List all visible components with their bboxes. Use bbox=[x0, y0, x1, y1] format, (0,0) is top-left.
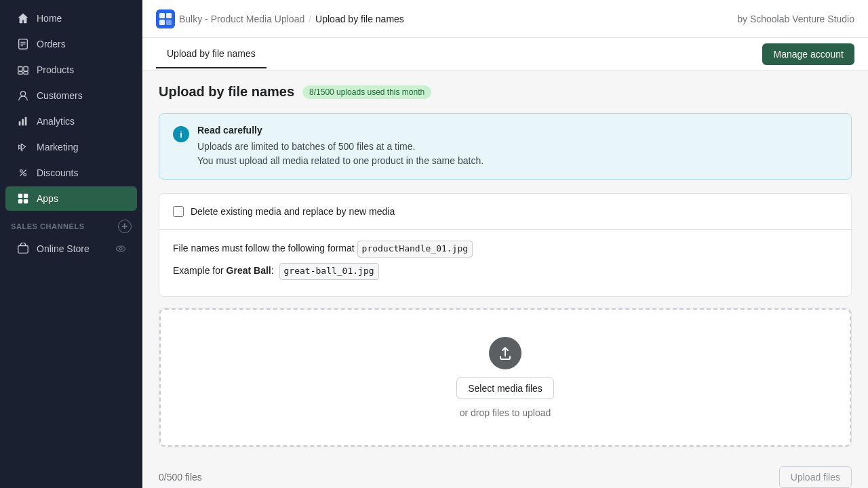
apps-icon bbox=[16, 192, 30, 205]
breadcrumb: Bulky - Product Media Upload / Upload by… bbox=[156, 9, 404, 28]
sidebar-item-analytics[interactable]: Analytics bbox=[5, 109, 137, 134]
svg-rect-23 bbox=[159, 13, 165, 18]
svg-point-13 bbox=[24, 174, 26, 176]
app-name: Bulky - Product Media Upload bbox=[179, 14, 304, 24]
svg-rect-10 bbox=[22, 119, 24, 125]
delete-media-label: Delete existing media and replace by new… bbox=[191, 206, 395, 217]
format-suffix: : bbox=[271, 265, 274, 276]
sidebar-item-online-store[interactable]: Online Store bbox=[5, 237, 137, 261]
sidebar-item-marketing[interactable]: Marketing bbox=[5, 135, 137, 159]
topbar: Bulky - Product Media Upload / Upload by… bbox=[142, 0, 868, 38]
svg-rect-26 bbox=[166, 20, 172, 25]
current-page: Upload by file names bbox=[315, 14, 404, 24]
customers-icon bbox=[16, 89, 30, 102]
format-line1-prefix: File names must follow the following for… bbox=[173, 243, 355, 253]
svg-rect-6 bbox=[18, 72, 22, 75]
sidebar-item-discounts[interactable]: Discounts bbox=[5, 161, 137, 185]
sidebar-item-orders[interactable]: Orders bbox=[5, 32, 137, 56]
svg-rect-18 bbox=[24, 199, 28, 203]
upload-files-label: Upload files bbox=[791, 472, 840, 483]
breadcrumb-separator: / bbox=[309, 14, 311, 24]
select-button-label: Select media files bbox=[468, 383, 542, 394]
online-store-icon bbox=[16, 242, 30, 256]
sidebar-item-customers-label: Customers bbox=[37, 90, 83, 101]
svg-rect-25 bbox=[159, 20, 165, 25]
info-box-title: Read carefully bbox=[197, 125, 484, 136]
svg-point-8 bbox=[20, 92, 25, 96]
add-sales-channel-button[interactable]: + bbox=[118, 220, 132, 233]
sub-nav: Upload by file names Manage account bbox=[142, 38, 868, 70]
sidebar-item-apps-label: Apps bbox=[37, 193, 58, 204]
upload-files-button[interactable]: Upload files bbox=[779, 466, 852, 488]
sub-nav-right: Manage account bbox=[762, 43, 854, 65]
main-wrapper: Bulky - Product Media Upload / Upload by… bbox=[142, 0, 868, 488]
format-line1: File names must follow the following for… bbox=[173, 241, 837, 258]
eye-icon bbox=[115, 243, 126, 254]
manage-account-button[interactable]: Manage account bbox=[762, 43, 854, 65]
sidebar-item-apps[interactable]: Apps bbox=[5, 186, 137, 211]
analytics-icon bbox=[16, 115, 30, 128]
sidebar-item-home[interactable]: Home bbox=[5, 6, 137, 30]
info-box: i Read carefully Uploads are limited to … bbox=[159, 113, 852, 180]
svg-rect-7 bbox=[24, 72, 28, 75]
drop-text: or drop files to upload bbox=[460, 407, 551, 418]
svg-rect-4 bbox=[18, 67, 22, 71]
svg-rect-19 bbox=[18, 246, 28, 253]
info-line1: Uploads are limited to batches of 500 fi… bbox=[197, 141, 415, 152]
content-area: Upload by file names 8/1500 uploads used… bbox=[142, 70, 868, 488]
page-title: Upload by file names bbox=[159, 84, 294, 100]
svg-rect-15 bbox=[18, 194, 22, 198]
sidebar-item-orders-label: Orders bbox=[37, 39, 66, 49]
info-box-text: Uploads are limited to batches of 500 fi… bbox=[197, 140, 484, 168]
home-icon bbox=[16, 12, 30, 25]
format-bold: Great Ball bbox=[226, 265, 271, 276]
marketing-icon bbox=[16, 140, 30, 154]
drop-zone[interactable]: Select media files or drop files to uplo… bbox=[159, 308, 851, 447]
settings-card: Delete existing media and replace by new… bbox=[159, 193, 852, 297]
info-icon: i bbox=[173, 126, 189, 142]
format-code: productHandle_01.jpg bbox=[357, 241, 473, 258]
svg-rect-5 bbox=[24, 67, 28, 71]
svg-point-12 bbox=[20, 170, 23, 173]
sidebar-item-home-label: Home bbox=[37, 13, 62, 24]
topbar-right: by Schoolab Venture Studio bbox=[737, 14, 854, 24]
format-info: File names must follow the following for… bbox=[159, 229, 851, 296]
format-line2: Example for Great Ball: great-ball_01.jp… bbox=[173, 263, 837, 280]
app-icon bbox=[156, 9, 175, 28]
upload-footer: 0/500 files Upload files bbox=[159, 458, 852, 488]
sidebar-item-products-label: Products bbox=[37, 64, 74, 75]
tab-upload-by-file-names[interactable]: Upload by file names bbox=[156, 40, 267, 68]
svg-rect-9 bbox=[19, 121, 21, 125]
tab-label: Upload by file names bbox=[167, 48, 256, 59]
page-header: Upload by file names 8/1500 uploads used… bbox=[159, 84, 852, 100]
sidebar-item-analytics-label: Analytics bbox=[37, 116, 75, 127]
info-box-content: Read carefully Uploads are limited to ba… bbox=[197, 125, 484, 168]
svg-rect-22 bbox=[156, 9, 175, 28]
sidebar-item-products[interactable]: Products bbox=[5, 58, 137, 82]
svg-line-14 bbox=[20, 170, 26, 176]
file-count: 0/500 files bbox=[159, 472, 202, 483]
discounts-icon bbox=[16, 166, 30, 180]
upload-icon-circle bbox=[489, 337, 521, 369]
sales-channels-section: SALES CHANNELS + bbox=[0, 211, 142, 236]
topbar-left: Bulky - Product Media Upload / Upload by… bbox=[156, 9, 404, 28]
checkbox-row[interactable]: Delete existing media and replace by new… bbox=[159, 194, 851, 229]
sidebar: Home Orders Products bbox=[0, 0, 142, 488]
sidebar-item-online-store-label: Online Store bbox=[37, 243, 90, 254]
by-label: by Schoolab Venture Studio bbox=[737, 14, 854, 24]
select-media-files-button[interactable]: Select media files bbox=[456, 378, 554, 399]
delete-media-checkbox[interactable] bbox=[173, 206, 184, 217]
svg-rect-24 bbox=[166, 13, 172, 18]
products-icon bbox=[16, 63, 30, 77]
svg-rect-11 bbox=[25, 117, 27, 126]
sidebar-item-marketing-label: Marketing bbox=[37, 142, 78, 152]
sales-channels-label: SALES CHANNELS bbox=[11, 222, 85, 230]
svg-point-21 bbox=[119, 247, 122, 250]
svg-rect-16 bbox=[24, 194, 28, 198]
sidebar-item-customers[interactable]: Customers bbox=[5, 83, 137, 108]
format-line2-prefix: Example for bbox=[173, 265, 224, 276]
format-example-code: great-ball_01.jpg bbox=[279, 263, 379, 280]
upload-badge: 8/1500 uploads used this month bbox=[302, 85, 431, 99]
drop-zone-card: Select media files or drop files to uplo… bbox=[159, 308, 852, 447]
info-line2: You must upload all media related to one… bbox=[197, 155, 484, 166]
